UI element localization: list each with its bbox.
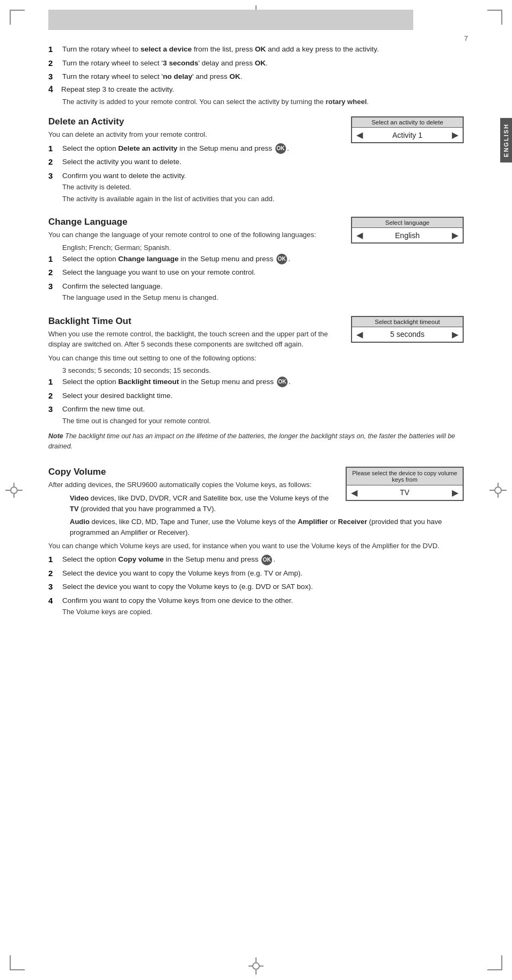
step-num-1: 1	[48, 43, 60, 56]
copy-step-3-text: Select the device you want to copy the V…	[62, 581, 313, 592]
copy-volume-lcd-left-arrow: ◀	[351, 488, 357, 498]
lang-step-3-text: Confirm the selected language.	[62, 281, 163, 293]
delete-step-1-num: 1	[48, 143, 60, 155]
language-lcd-right-arrow: ▶	[452, 230, 458, 240]
copy-volume-lcd-body: ◀ TV ▶	[347, 485, 463, 500]
lang-step-2-num: 2	[48, 267, 60, 279]
crosshair-left	[5, 483, 23, 498]
backlight-lcd-value: 5 seconds	[390, 330, 425, 338]
copy-step-4: 4 Confirm you want to copy the Volume ke…	[48, 595, 464, 618]
backlight-intro2: You can change this time out setting to …	[48, 353, 464, 364]
copy-step-4-sub: The Volume keys are copied.	[62, 607, 152, 617]
delete-lcd-value: Activity 1	[392, 131, 422, 139]
copy-volume-lcd: Please select the device to copy volume …	[346, 467, 464, 501]
backlight-step-3-num: 3	[48, 403, 60, 416]
copy-volume-lcd-right-arrow: ▶	[452, 488, 458, 498]
language-tab: ENGLISH	[500, 118, 512, 163]
delete-step-3: 3 Confirm you want to delete the activit…	[48, 171, 464, 205]
backlight-steps: 1 Select the option Backlight timeout in…	[48, 377, 464, 427]
corner-mark-br	[487, 955, 502, 970]
ok-icon-1: OK	[275, 143, 286, 154]
top-step-2: 2 Turn the rotary wheel to select '3 sec…	[48, 58, 464, 70]
copy-volume-you-can: You can change which Volume keys are use…	[48, 541, 464, 551]
page: 7 ENGLISH 1 Turn the rotary wheel to sel…	[0, 0, 512, 980]
video-rest: devices, like DVD, DVDR, VCR and Satelli…	[89, 494, 328, 502]
delete-steps-list: 1 Select the option Delete an activity i…	[48, 143, 464, 205]
backlight-step-3-text: Confirm the new time out.	[62, 404, 145, 416]
copy-step-2-num: 2	[48, 568, 60, 580]
backlight-section: Select backlight timeout ◀ 5 seconds ▶ B…	[48, 316, 464, 457]
backlight-step-2: 2 Select your desired backlight time.	[48, 390, 464, 402]
delete-lcd-left-arrow: ◀	[356, 130, 363, 140]
delete-step-3-text: Confirm you want to delete the activity.	[62, 171, 186, 182]
backlight-step-1: 1 Select the option Backlight timeout in…	[48, 377, 464, 388]
backlight-lcd: Select backlight timeout ◀ 5 seconds ▶	[351, 316, 464, 343]
copy-step-4-row: 4 Confirm you want to copy the Volume ke…	[48, 595, 293, 607]
amp-or: or	[328, 518, 338, 526]
corner-mark-bl	[10, 955, 25, 970]
crosshair-right	[489, 483, 507, 498]
lang-step-2: 2 Select the language you want to use on…	[48, 267, 464, 279]
language-lcd-header: Select language	[352, 218, 463, 228]
main-content: 1 Turn the rotary wheel to select a devi…	[48, 0, 464, 621]
ok-icon-lang-1: OK	[276, 254, 287, 264]
copy-volume-lcd-header: Please select the device to copy volume …	[347, 468, 463, 485]
backlight-step-1-num: 1	[48, 376, 60, 388]
corner-mark-tl	[10, 10, 25, 25]
lang-step-1: 1 Select the option Change language in t…	[48, 254, 464, 266]
language-lcd-left-arrow: ◀	[356, 230, 363, 240]
copy-volume-steps: 1 Select the option Copy volume in the S…	[48, 554, 464, 618]
language-lcd-body: ◀ English ▶	[352, 228, 463, 242]
backlight-options: 3 seconds; 5 seconds; 10 seconds; 15 sec…	[62, 366, 464, 374]
backlight-step-3-row: 3 Confirm the new time out.	[48, 404, 145, 416]
step-2-text: Turn the rotary wheel to select '3 secon…	[62, 58, 268, 69]
delete-step-3-sub2: The activity is available again in the l…	[62, 194, 274, 204]
change-language-section: Select language ◀ English ▶ Change Langu…	[48, 217, 464, 306]
copy-step-4-num: 4	[48, 595, 60, 607]
backlight-step-3: 3 Confirm the new time out. The time out…	[48, 404, 464, 427]
backlight-note: Note The backlight time out has an impac…	[48, 431, 464, 452]
lang-step-1-text: Select the option Change language in the…	[62, 254, 290, 264]
step-3-text: Turn the rotary wheel to select 'no dela…	[62, 71, 243, 82]
backlight-step-2-num: 2	[48, 390, 60, 402]
copy-volume-audio: Audio devices, like CD, MD, Tape and Tun…	[70, 517, 464, 538]
amp-bold: Amplifier	[298, 518, 328, 526]
lang-step-3: 3 Confirm the selected language. The lan…	[48, 281, 464, 304]
copy-step-3: 3 Select the device you want to copy the…	[48, 581, 464, 593]
backlight-lcd-left-arrow: ◀	[356, 329, 363, 340]
languages-list: English; French; German; Spanish.	[62, 244, 464, 252]
copy-step-2: 2 Select the device you want to copy the…	[48, 568, 464, 580]
receiver-bold: Receiver	[338, 518, 367, 526]
audio-bold: Audio	[70, 518, 90, 526]
tv-bold: TV	[70, 505, 79, 513]
copy-step-2-text: Select the device you want to copy the V…	[62, 568, 303, 579]
step-1-text: Turn the rotary wheel to select a device…	[62, 44, 379, 55]
backlight-lcd-right-arrow: ▶	[452, 329, 458, 340]
note-text-content: The backlight time out has an impact on …	[48, 432, 455, 450]
copy-step-4-text: Confirm you want to copy the Volume keys…	[62, 595, 293, 607]
language-lcd-value: English	[395, 231, 420, 240]
delete-lcd-header: Select an activity to delete	[352, 117, 463, 128]
ok-icon-copy-1: OK	[261, 555, 272, 565]
delete-step-1: 1 Select the option Delete an activity i…	[48, 143, 342, 155]
step-num-2: 2	[48, 57, 60, 70]
top-step-3: 3 Turn the rotary wheel to select 'no de…	[48, 71, 464, 83]
delete-step-3-row: 3 Confirm you want to delete the activit…	[48, 171, 186, 182]
note-label: Note	[48, 432, 63, 440]
delete-lcd: Select an activity to delete ◀ Activity …	[351, 116, 464, 143]
top-step-1: 1 Turn the rotary wheel to select a devi…	[48, 44, 464, 56]
video-bold: Video	[70, 494, 89, 502]
step-num-3: 3	[48, 71, 60, 83]
copy-volume-lcd-value: TV	[400, 488, 409, 497]
top-steps-list: 1 Turn the rotary wheel to select a devi…	[48, 44, 464, 83]
page-number: 7	[464, 34, 468, 42]
copy-step-1: 1 Select the option Copy volume in the S…	[48, 554, 464, 566]
crosshair-bottom	[248, 957, 264, 975]
delete-step-3-sub1: The activity is deleted.	[62, 182, 131, 193]
tv-rest: (provided that you have programmed a TV)…	[79, 505, 216, 513]
step-4-num: 4	[48, 85, 58, 94]
backlight-lcd-header: Select backlight timeout	[352, 317, 463, 327]
delete-step-3-num: 3	[48, 170, 60, 182]
copy-step-1-text: Select the option Copy volume in the Set…	[62, 554, 275, 565]
backlight-lcd-body: ◀ 5 seconds ▶	[352, 327, 463, 342]
